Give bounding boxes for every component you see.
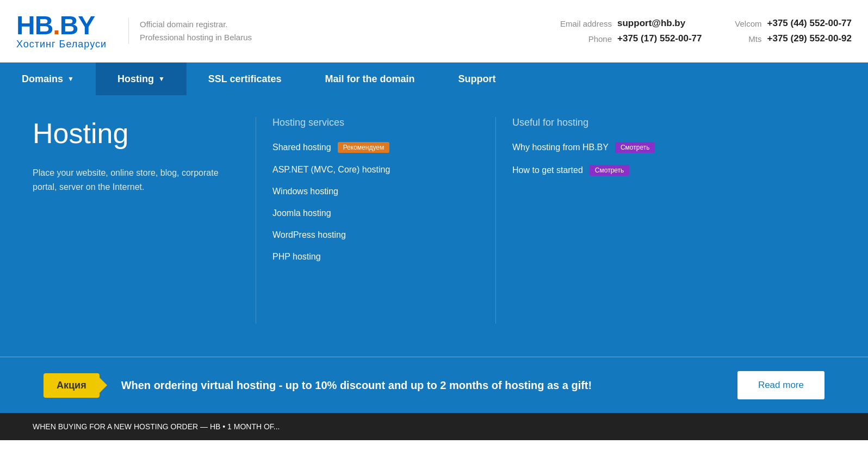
nav-item-support[interactable]: Support [437, 63, 518, 95]
logo: HB.BY [16, 13, 95, 39]
link-how-to-get-started[interactable]: How to get started Смотреть [512, 165, 824, 176]
link-shared-hosting[interactable]: Shared hosting Рекомендуем [272, 142, 479, 153]
dropdown-col-useful: Useful for hosting Why hosting from HB.B… [501, 117, 835, 324]
email-value[interactable]: support@hb.by [617, 18, 685, 29]
header-tagline: Official domain registrar. Professional … [128, 18, 252, 44]
badge-watch-1: Смотреть [615, 142, 655, 153]
bottom-bar: WHEN BUYING FOR A NEW HOSTING ORDER — HB… [0, 413, 868, 440]
logo-area[interactable]: HB.BY Хостинг Беларуси [16, 13, 107, 50]
header-contacts: Email address support@hb.by Phone +375 (… [557, 18, 702, 44]
dropdown-title: Hosting [33, 117, 228, 150]
link-windows-hosting[interactable]: Windows hosting [272, 187, 479, 196]
link-why-hbby[interactable]: Why hosting from HB.BY Смотреть [512, 142, 824, 153]
chevron-down-icon: ▼ [158, 75, 165, 83]
chevron-down-icon: ▼ [67, 75, 74, 83]
column-divider [256, 117, 256, 324]
promo-banner: Акция When ordering virtual hosting - up… [0, 356, 868, 413]
dropdown-description: Place your website, online store, blog, … [33, 166, 228, 194]
nav-item-hosting[interactable]: Hosting ▼ [96, 63, 187, 95]
header-phones: Velcom +375 (44) 552-00-77 Mts +375 (29)… [735, 18, 852, 44]
logo-subtitle: Хостинг Беларуси [16, 39, 107, 50]
main-nav: Domains ▼ Hosting ▼ SSL certificates Mai… [0, 63, 868, 95]
phone-value[interactable]: +375 (17) 552-00-77 [617, 33, 702, 44]
link-php-hosting[interactable]: PHP hosting [272, 252, 479, 262]
badge-watch-2: Смотреть [590, 165, 630, 176]
email-row: Email address support@hb.by [557, 18, 702, 29]
velcom-label: Velcom [735, 19, 762, 28]
bottom-bar-text: WHEN BUYING FOR A NEW HOSTING ORDER — HB… [33, 422, 280, 431]
mts-label: Mts [735, 34, 762, 44]
email-label: Email address [557, 19, 612, 28]
phone-label: Phone [557, 34, 612, 44]
nav-item-ssl[interactable]: SSL certificates [187, 63, 303, 95]
phone-row: Phone +375 (17) 552-00-77 [557, 33, 702, 44]
dropdown-col-services: Hosting services Shared hosting Рекоменд… [262, 117, 490, 324]
header: HB.BY Хостинг Беларуси Official domain r… [0, 0, 868, 63]
promo-text: When ordering virtual hosting - up to 10… [121, 377, 716, 393]
promo-badge: Акция [44, 373, 100, 398]
link-aspnet-hosting[interactable]: ASP.NET (MVC, Core) hosting [272, 165, 479, 175]
useful-section-title: Useful for hosting [512, 117, 824, 128]
mts-row: Mts +375 (29) 552-00-92 [735, 33, 852, 44]
link-joomla-hosting[interactable]: Joomla hosting [272, 208, 479, 218]
dropdown-panel: Hosting Place your website, online store… [0, 95, 868, 356]
read-more-button[interactable]: Read more [737, 371, 824, 399]
nav-item-mail[interactable]: Mail for the domain [303, 63, 437, 95]
link-wordpress-hosting[interactable]: WordPress hosting [272, 230, 479, 240]
badge-recommended: Рекомендуем [338, 142, 390, 153]
nav-item-domains[interactable]: Domains ▼ [0, 63, 96, 95]
velcom-row: Velcom +375 (44) 552-00-77 [735, 18, 852, 29]
services-section-title: Hosting services [272, 117, 479, 128]
dropdown-col-main: Hosting Place your website, online store… [33, 117, 250, 324]
velcom-number[interactable]: +375 (44) 552-00-77 [767, 18, 852, 29]
mts-number[interactable]: +375 (29) 552-00-92 [767, 33, 852, 44]
column-divider-2 [495, 117, 496, 324]
